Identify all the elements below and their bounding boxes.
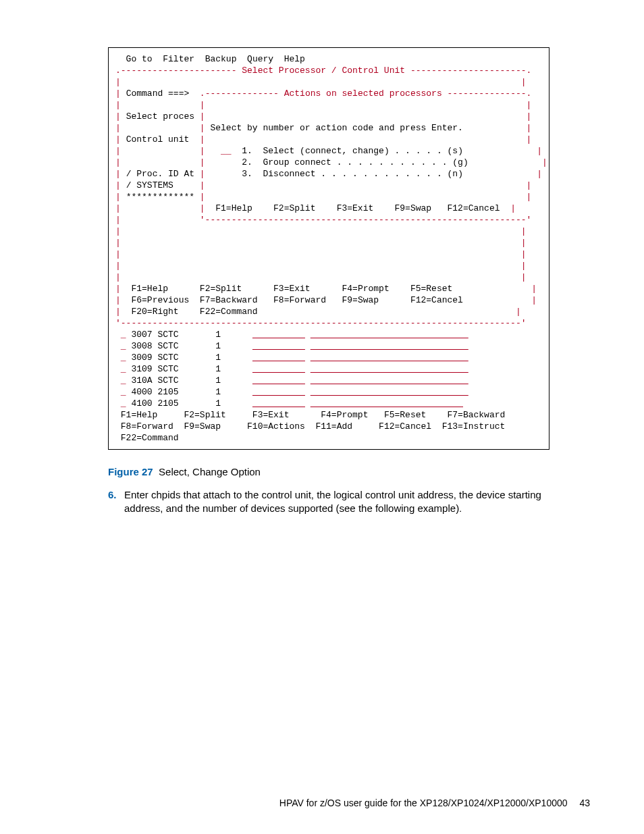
figure-label: Figure 27 (108, 466, 153, 477)
row-type: SCTC (157, 341, 178, 351)
row-id: 3009 (131, 353, 152, 363)
systems-label: / SYSTEMS (126, 180, 173, 190)
menu-bar: Go to Filter Backup Query Help (115, 54, 305, 64)
popup-fkeys: F1=Help F2=Split F3=Exit F9=Swap F12=Can… (215, 203, 500, 213)
row-type: 2105 (157, 387, 178, 397)
stars-row: ************* (126, 192, 194, 202)
row-id: 3007 (131, 330, 152, 340)
row-field[interactable] (252, 341, 305, 351)
action-3[interactable]: 3. Disconnect . . . . . . . . . . . . (n… (242, 169, 463, 179)
popup-top-border: .-------------- Actions on selected proc… (200, 88, 532, 99)
row-sel[interactable]: _ (121, 353, 126, 363)
figure-title: Select, Change Option (159, 466, 261, 477)
row-n: 1 (215, 330, 221, 340)
mid-fkeys-line2: F6=Previous F7=Backward F8=Forward F9=Sw… (131, 295, 462, 305)
bottom-fkeys-line2: F8=Forward F9=Swap F10=Actions F11=Add F… (121, 421, 506, 432)
action-input-underscore[interactable]: __ (221, 146, 232, 156)
mid-fkeys-line3: F20=Right F22=Command (131, 307, 257, 317)
row-field[interactable] (252, 330, 305, 340)
row-sel[interactable]: _ (121, 375, 126, 386)
row-n: 1 (215, 364, 221, 374)
row-type: SCTC (157, 375, 178, 386)
row-field[interactable] (311, 353, 468, 363)
terminal-content: Go to Filter Backup Query Help .--------… (115, 53, 542, 444)
mid-fkeys-line1: F1=Help F2=Split F3=Exit F4=Prompt F5=Re… (131, 284, 452, 294)
row-type: SCTC (157, 330, 178, 340)
row-type: SCTC (157, 364, 178, 374)
step-number: 6. (108, 488, 124, 516)
row-field[interactable] (311, 330, 468, 340)
bottom-fkeys-line3: F22=Command (121, 433, 179, 443)
document-page: Go to Filter Backup Query Help .--------… (0, 0, 644, 834)
row-n: 1 (215, 341, 221, 351)
row-field[interactable] (252, 398, 305, 409)
row-type: 2105 (157, 398, 178, 409)
page-number: 43 (579, 798, 590, 808)
figure-caption: Figure 27 Select, Change Option (108, 466, 590, 477)
control-unit-label: Control unit (126, 134, 190, 145)
row-id: 4100 (131, 398, 152, 409)
popup-instruction: Select by number or action code and pres… (210, 123, 462, 133)
step-text: Enter chpids that attach to the control … (124, 488, 549, 516)
row-sel[interactable]: _ (121, 398, 126, 409)
page-footer: HPAV for z/OS user guide for the XP128/X… (279, 798, 590, 808)
select-proces-label: Select proces (126, 111, 194, 122)
terminal-screenshot-frame: Go to Filter Backup Query Help .--------… (108, 47, 549, 450)
row-id: 3008 (131, 341, 152, 351)
footer-text: HPAV for z/OS user guide for the XP128/X… (279, 798, 568, 808)
row-n: 1 (215, 375, 221, 386)
row-field[interactable] (311, 375, 468, 386)
action-1[interactable]: 1. Select (connect, change) . . . . . (s… (242, 146, 463, 156)
row-sel[interactable]: _ (121, 341, 126, 351)
row-id: 3109 (131, 364, 152, 374)
row-field[interactable] (311, 341, 468, 351)
panel-top-border: .---------------------- Select Processor… (115, 66, 531, 76)
row-id: 310A (131, 375, 152, 386)
row-n: 1 (215, 398, 221, 409)
row-field[interactable] (252, 375, 305, 386)
row-field[interactable] (252, 353, 305, 363)
bottom-fkeys-line1: F1=Help F2=Split F3=Exit F4=Prompt F5=Re… (121, 410, 506, 420)
row-sel[interactable]: _ (121, 364, 126, 374)
proc-id-at-label: / Proc. ID At (126, 169, 194, 179)
row-n: 1 (215, 387, 221, 397)
row-field[interactable] (311, 387, 468, 397)
row-n: 1 (215, 353, 221, 363)
row-field[interactable] (252, 387, 305, 397)
row-type: SCTC (157, 353, 178, 363)
row-sel[interactable]: _ (121, 330, 126, 340)
row-id: 4000 (131, 387, 152, 397)
row-field[interactable] (252, 364, 305, 374)
row-sel[interactable]: _ (121, 387, 126, 397)
row-field[interactable] (311, 364, 468, 374)
command-label: Command ===> (126, 88, 190, 99)
row-field[interactable] (311, 398, 463, 409)
action-2[interactable]: 2. Group connect . . . . . . . . . . . (… (242, 157, 468, 167)
step-6: 6. Enter chpids that attach to the contr… (108, 488, 549, 516)
